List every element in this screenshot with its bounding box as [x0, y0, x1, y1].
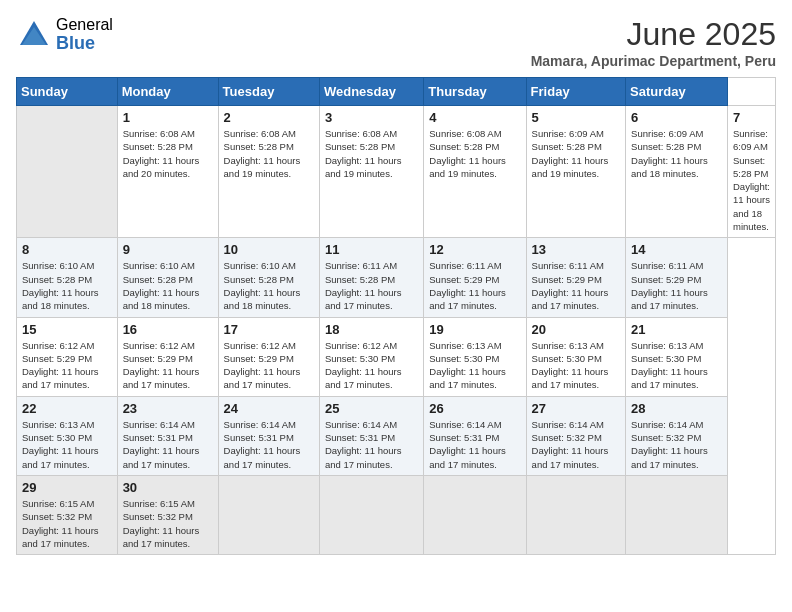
day-number: 9	[123, 242, 213, 257]
calendar-week-row: 29Sunrise: 6:15 AMSunset: 5:32 PMDayligh…	[17, 475, 776, 554]
day-info: Sunrise: 6:10 AMSunset: 5:28 PMDaylight:…	[22, 259, 112, 312]
day-number: 29	[22, 480, 112, 495]
calendar-cell	[526, 475, 625, 554]
calendar-cell: 9Sunrise: 6:10 AMSunset: 5:28 PMDaylight…	[117, 238, 218, 317]
calendar-cell: 12Sunrise: 6:11 AMSunset: 5:29 PMDayligh…	[424, 238, 526, 317]
day-info: Sunrise: 6:12 AMSunset: 5:30 PMDaylight:…	[325, 339, 418, 392]
calendar-cell: 22Sunrise: 6:13 AMSunset: 5:30 PMDayligh…	[17, 396, 118, 475]
calendar-cell: 13Sunrise: 6:11 AMSunset: 5:29 PMDayligh…	[526, 238, 625, 317]
day-info: Sunrise: 6:14 AMSunset: 5:31 PMDaylight:…	[429, 418, 520, 471]
day-number: 3	[325, 110, 418, 125]
calendar-cell: 16Sunrise: 6:12 AMSunset: 5:29 PMDayligh…	[117, 317, 218, 396]
day-info: Sunrise: 6:09 AMSunset: 5:28 PMDaylight:…	[532, 127, 620, 180]
calendar-cell: 14Sunrise: 6:11 AMSunset: 5:29 PMDayligh…	[626, 238, 728, 317]
calendar-cell: 26Sunrise: 6:14 AMSunset: 5:31 PMDayligh…	[424, 396, 526, 475]
calendar-cell: 11Sunrise: 6:11 AMSunset: 5:28 PMDayligh…	[319, 238, 423, 317]
day-info: Sunrise: 6:08 AMSunset: 5:28 PMDaylight:…	[224, 127, 314, 180]
calendar-cell: 5Sunrise: 6:09 AMSunset: 5:28 PMDaylight…	[526, 106, 625, 238]
day-number: 14	[631, 242, 722, 257]
calendar-cell	[626, 475, 728, 554]
logo-icon	[16, 17, 52, 53]
day-info: Sunrise: 6:11 AMSunset: 5:29 PMDaylight:…	[532, 259, 620, 312]
day-info: Sunrise: 6:15 AMSunset: 5:32 PMDaylight:…	[123, 497, 213, 550]
calendar-header-thursday: Thursday	[424, 78, 526, 106]
location-title: Mamara, Apurimac Department, Peru	[531, 53, 776, 69]
day-number: 20	[532, 322, 620, 337]
calendar-cell: 17Sunrise: 6:12 AMSunset: 5:29 PMDayligh…	[218, 317, 319, 396]
calendar-cell: 23Sunrise: 6:14 AMSunset: 5:31 PMDayligh…	[117, 396, 218, 475]
day-info: Sunrise: 6:15 AMSunset: 5:32 PMDaylight:…	[22, 497, 112, 550]
calendar-header-wednesday: Wednesday	[319, 78, 423, 106]
day-number: 18	[325, 322, 418, 337]
day-number: 7	[733, 110, 770, 125]
day-info: Sunrise: 6:11 AMSunset: 5:28 PMDaylight:…	[325, 259, 418, 312]
day-number: 11	[325, 242, 418, 257]
day-info: Sunrise: 6:08 AMSunset: 5:28 PMDaylight:…	[123, 127, 213, 180]
day-number: 12	[429, 242, 520, 257]
calendar-week-row: 8Sunrise: 6:10 AMSunset: 5:28 PMDaylight…	[17, 238, 776, 317]
day-number: 1	[123, 110, 213, 125]
day-number: 21	[631, 322, 722, 337]
day-info: Sunrise: 6:12 AMSunset: 5:29 PMDaylight:…	[224, 339, 314, 392]
calendar-cell: 15Sunrise: 6:12 AMSunset: 5:29 PMDayligh…	[17, 317, 118, 396]
calendar-cell: 10Sunrise: 6:10 AMSunset: 5:28 PMDayligh…	[218, 238, 319, 317]
calendar-week-row: 22Sunrise: 6:13 AMSunset: 5:30 PMDayligh…	[17, 396, 776, 475]
calendar-cell	[424, 475, 526, 554]
calendar-cell: 8Sunrise: 6:10 AMSunset: 5:28 PMDaylight…	[17, 238, 118, 317]
calendar-cell	[218, 475, 319, 554]
calendar-cell: 1Sunrise: 6:08 AMSunset: 5:28 PMDaylight…	[117, 106, 218, 238]
calendar-header-saturday: Saturday	[626, 78, 728, 106]
day-number: 5	[532, 110, 620, 125]
logo-text: General Blue	[56, 16, 113, 53]
calendar-cell: 18Sunrise: 6:12 AMSunset: 5:30 PMDayligh…	[319, 317, 423, 396]
day-number: 6	[631, 110, 722, 125]
day-number: 30	[123, 480, 213, 495]
calendar-week-row: 15Sunrise: 6:12 AMSunset: 5:29 PMDayligh…	[17, 317, 776, 396]
day-number: 16	[123, 322, 213, 337]
day-info: Sunrise: 6:13 AMSunset: 5:30 PMDaylight:…	[429, 339, 520, 392]
day-number: 4	[429, 110, 520, 125]
day-info: Sunrise: 6:14 AMSunset: 5:32 PMDaylight:…	[631, 418, 722, 471]
calendar-cell: 7Sunrise: 6:09 AMSunset: 5:28 PMDaylight…	[727, 106, 775, 238]
calendar-table: SundayMondayTuesdayWednesdayThursdayFrid…	[16, 77, 776, 555]
page-header: General Blue June 2025 Mamara, Apurimac …	[16, 16, 776, 69]
day-info: Sunrise: 6:11 AMSunset: 5:29 PMDaylight:…	[631, 259, 722, 312]
calendar-cell: 24Sunrise: 6:14 AMSunset: 5:31 PMDayligh…	[218, 396, 319, 475]
day-info: Sunrise: 6:14 AMSunset: 5:31 PMDaylight:…	[123, 418, 213, 471]
calendar-week-row: 1Sunrise: 6:08 AMSunset: 5:28 PMDaylight…	[17, 106, 776, 238]
day-info: Sunrise: 6:12 AMSunset: 5:29 PMDaylight:…	[22, 339, 112, 392]
day-info: Sunrise: 6:13 AMSunset: 5:30 PMDaylight:…	[631, 339, 722, 392]
calendar-cell: 4Sunrise: 6:08 AMSunset: 5:28 PMDaylight…	[424, 106, 526, 238]
title-area: June 2025 Mamara, Apurimac Department, P…	[531, 16, 776, 69]
day-number: 15	[22, 322, 112, 337]
day-info: Sunrise: 6:08 AMSunset: 5:28 PMDaylight:…	[325, 127, 418, 180]
day-info: Sunrise: 6:08 AMSunset: 5:28 PMDaylight:…	[429, 127, 520, 180]
calendar-cell: 30Sunrise: 6:15 AMSunset: 5:32 PMDayligh…	[117, 475, 218, 554]
day-number: 8	[22, 242, 112, 257]
day-number: 27	[532, 401, 620, 416]
day-number: 10	[224, 242, 314, 257]
day-info: Sunrise: 6:09 AMSunset: 5:28 PMDaylight:…	[733, 127, 770, 233]
calendar-header-tuesday: Tuesday	[218, 78, 319, 106]
calendar-header-sunday: Sunday	[17, 78, 118, 106]
calendar-header-monday: Monday	[117, 78, 218, 106]
day-number: 23	[123, 401, 213, 416]
logo-blue: Blue	[56, 34, 113, 54]
day-info: Sunrise: 6:13 AMSunset: 5:30 PMDaylight:…	[22, 418, 112, 471]
calendar-cell: 20Sunrise: 6:13 AMSunset: 5:30 PMDayligh…	[526, 317, 625, 396]
calendar-header-row: SundayMondayTuesdayWednesdayThursdayFrid…	[17, 78, 776, 106]
calendar-cell: 27Sunrise: 6:14 AMSunset: 5:32 PMDayligh…	[526, 396, 625, 475]
logo: General Blue	[16, 16, 113, 53]
calendar-cell: 21Sunrise: 6:13 AMSunset: 5:30 PMDayligh…	[626, 317, 728, 396]
calendar-header-friday: Friday	[526, 78, 625, 106]
calendar-cell: 6Sunrise: 6:09 AMSunset: 5:28 PMDaylight…	[626, 106, 728, 238]
calendar-cell: 19Sunrise: 6:13 AMSunset: 5:30 PMDayligh…	[424, 317, 526, 396]
calendar-cell: 29Sunrise: 6:15 AMSunset: 5:32 PMDayligh…	[17, 475, 118, 554]
day-number: 13	[532, 242, 620, 257]
day-info: Sunrise: 6:14 AMSunset: 5:31 PMDaylight:…	[224, 418, 314, 471]
day-number: 22	[22, 401, 112, 416]
day-number: 17	[224, 322, 314, 337]
day-info: Sunrise: 6:10 AMSunset: 5:28 PMDaylight:…	[123, 259, 213, 312]
day-info: Sunrise: 6:09 AMSunset: 5:28 PMDaylight:…	[631, 127, 722, 180]
calendar-cell	[17, 106, 118, 238]
